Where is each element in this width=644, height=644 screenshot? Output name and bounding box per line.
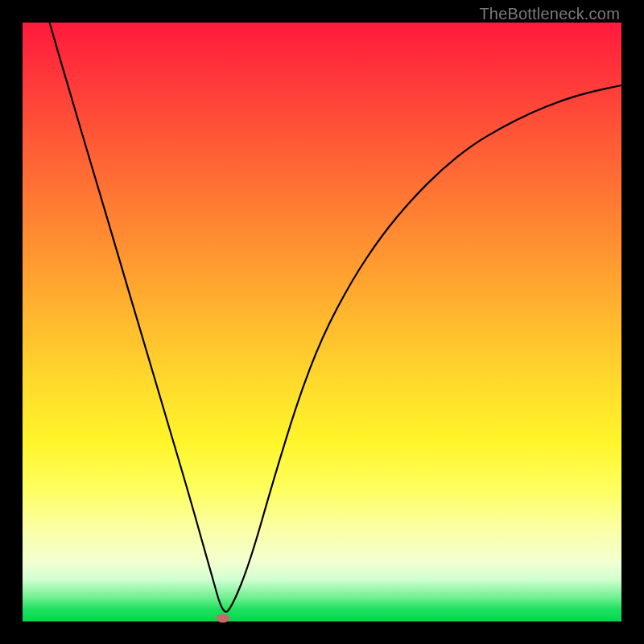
bottleneck-curve <box>50 23 622 612</box>
plot-area <box>23 23 621 621</box>
curve-svg <box>23 23 621 621</box>
minimum-marker <box>217 614 229 623</box>
watermark-text: TheBottleneck.com <box>479 5 620 23</box>
chart-frame: TheBottleneck.com <box>0 0 644 644</box>
